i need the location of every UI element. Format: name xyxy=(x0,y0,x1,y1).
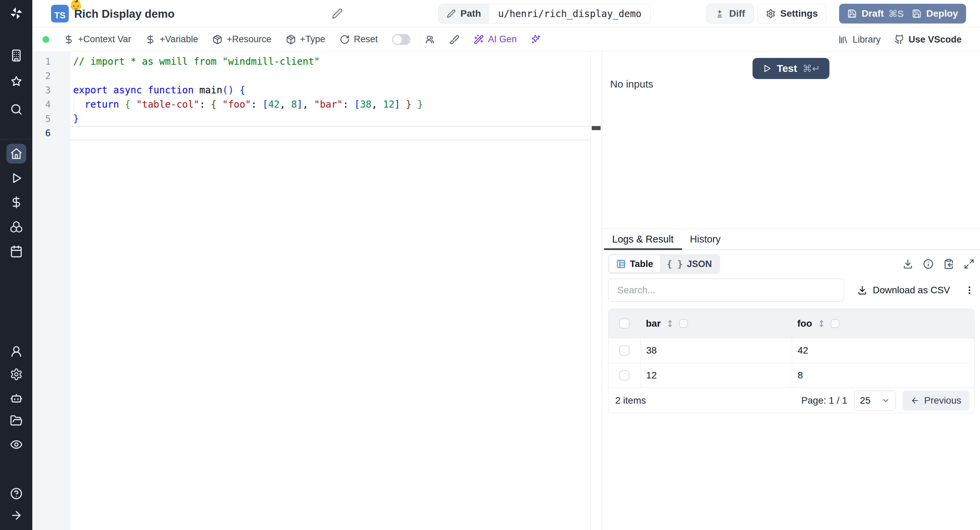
result-info-button[interactable] xyxy=(923,259,934,270)
code-line[interactable] xyxy=(70,126,590,140)
line-number: 3 xyxy=(32,83,70,97)
diff-button[interactable]: Diff xyxy=(706,4,754,24)
info-icon xyxy=(923,259,934,270)
tab-history[interactable]: History xyxy=(682,229,729,249)
draft-label: Draft xyxy=(862,8,884,19)
inputs-area: Test ⌘↵ No inputs xyxy=(602,52,980,229)
format-button[interactable] xyxy=(449,34,460,45)
braces-icon: { } xyxy=(667,259,683,269)
save-draft-button[interactable]: Draft ⌘S xyxy=(839,4,912,24)
row-checkbox[interactable] xyxy=(619,370,630,380)
sidebar-item-schedules[interactable] xyxy=(6,241,26,261)
copy-result-button[interactable] xyxy=(943,259,954,270)
sidebar-item-search[interactable] xyxy=(6,99,26,119)
add-resource-button[interactable]: +Resource xyxy=(212,34,271,45)
column-foo-checkbox[interactable] xyxy=(830,319,840,328)
sidebar-item-help[interactable] xyxy=(6,484,26,503)
column-header-foo: foo xyxy=(797,318,812,329)
code-line[interactable]: export async function main() { xyxy=(70,83,590,97)
library-button[interactable]: Library xyxy=(838,34,881,45)
editor-scrollbar[interactable] xyxy=(590,52,601,530)
expand-result-button[interactable] xyxy=(964,259,975,270)
edit-summary-button[interactable] xyxy=(332,8,343,19)
code-line[interactable] xyxy=(70,69,590,83)
arrow-left-icon xyxy=(911,396,920,405)
settings-label: Settings xyxy=(780,8,818,19)
sort-bar-button[interactable] xyxy=(666,319,675,328)
toggle-knob xyxy=(393,35,402,44)
package-icon xyxy=(212,34,223,45)
row-checkbox[interactable] xyxy=(619,345,630,356)
download-result-button[interactable] xyxy=(902,259,913,270)
windmill-logo[interactable] xyxy=(6,3,26,23)
column-header-bar: bar xyxy=(646,318,661,329)
building-icon xyxy=(10,49,23,62)
sidebar-item-users[interactable] xyxy=(6,342,26,361)
ai-gen-button[interactable]: AI Gen xyxy=(474,34,517,45)
sidebar-item-ai[interactable] xyxy=(6,388,26,408)
sidebar-item-variables[interactable] xyxy=(6,192,26,212)
search-input[interactable] xyxy=(608,279,844,302)
sidebar-item-settings[interactable] xyxy=(6,364,26,384)
help-circle-icon xyxy=(10,487,23,500)
ai-sparkles-button[interactable] xyxy=(531,34,541,45)
download-csv-label: Download as CSV xyxy=(873,285,950,296)
view-mode-table[interactable]: Table xyxy=(609,255,660,273)
code-line[interactable]: return { "table-col": { "foo": [42, 8], … xyxy=(70,97,590,112)
sidebar-item-folders[interactable] xyxy=(6,411,26,431)
view-mode-json[interactable]: { } JSON xyxy=(660,255,719,273)
table-row[interactable]: 128 xyxy=(608,363,974,388)
diff-label: Diff xyxy=(729,8,745,19)
sidebar-item-favorites[interactable] xyxy=(6,72,26,92)
tab-label: History xyxy=(690,234,721,245)
sidebar-collapse-button[interactable] xyxy=(6,506,26,525)
deploy-button[interactable]: Deploy xyxy=(904,4,966,24)
sort-foo-button[interactable] xyxy=(817,319,826,328)
save-icon xyxy=(847,9,857,18)
add-type-button[interactable]: +Type xyxy=(286,34,325,45)
plus-minus-icon xyxy=(715,9,724,18)
vscode-label: Use VScode xyxy=(908,34,962,45)
path-label-chip[interactable]: Path xyxy=(439,4,489,23)
collaborators-button[interactable] xyxy=(425,34,435,45)
sidebar-item-home[interactable] xyxy=(6,144,26,163)
table-row[interactable]: 3842 xyxy=(608,338,974,363)
eye-icon xyxy=(10,438,23,451)
code-lines[interactable]: // import * as wmill from "windmill-clie… xyxy=(70,52,590,530)
diff-mode-toggle[interactable] xyxy=(392,34,410,45)
column-bar-checkbox[interactable] xyxy=(679,319,688,328)
select-all-checkbox[interactable] xyxy=(619,318,630,329)
table-cell: 42 xyxy=(792,338,974,363)
tab-logs-result[interactable]: Logs & Result xyxy=(604,229,682,249)
sidebar-item-workspace[interactable] xyxy=(6,46,26,65)
package-icon xyxy=(286,34,296,45)
previous-page-button[interactable]: Previous xyxy=(902,391,969,410)
cursor-position-marker xyxy=(592,126,601,130)
pencil-icon xyxy=(332,8,343,19)
sidebar-item-runs[interactable] xyxy=(6,168,26,188)
code-line[interactable]: // import * as wmill from "windmill-clie… xyxy=(70,54,590,69)
sidebar-item-audit-logs[interactable] xyxy=(6,435,26,454)
code-line[interactable]: } xyxy=(70,112,590,126)
reset-button[interactable]: Reset xyxy=(340,34,378,45)
dollar-icon xyxy=(145,34,156,45)
test-button[interactable]: Test ⌘↵ xyxy=(752,58,830,79)
download-csv-button[interactable]: Download as CSV xyxy=(857,285,950,296)
status-dot xyxy=(43,36,49,43)
path-value[interactable]: u/henri/rich_display_demo xyxy=(489,4,650,23)
use-vscode-button[interactable]: Use VScode xyxy=(894,34,962,45)
settings-button[interactable]: Settings xyxy=(757,4,826,24)
windmill-logo-icon xyxy=(9,6,24,21)
table-options-button[interactable] xyxy=(964,285,975,295)
code-editor[interactable]: 123456 // import * as wmill from "windmi… xyxy=(32,52,601,530)
page-size-select[interactable]: 25 xyxy=(854,391,896,410)
sidebar-item-resources[interactable] xyxy=(6,217,26,237)
result-tabs: Logs & Result History xyxy=(602,229,980,250)
add-context-var-button[interactable]: +Context Var xyxy=(64,34,131,45)
play-icon xyxy=(762,64,772,73)
page-indicator: Page: 1 / 1 xyxy=(801,395,847,406)
path-group[interactable]: Path u/henri/rich_display_demo xyxy=(438,4,651,24)
result-body: Table { } JSON xyxy=(602,250,980,413)
table-cell: 12 xyxy=(640,363,792,388)
add-variable-button[interactable]: +Variable xyxy=(145,34,198,45)
